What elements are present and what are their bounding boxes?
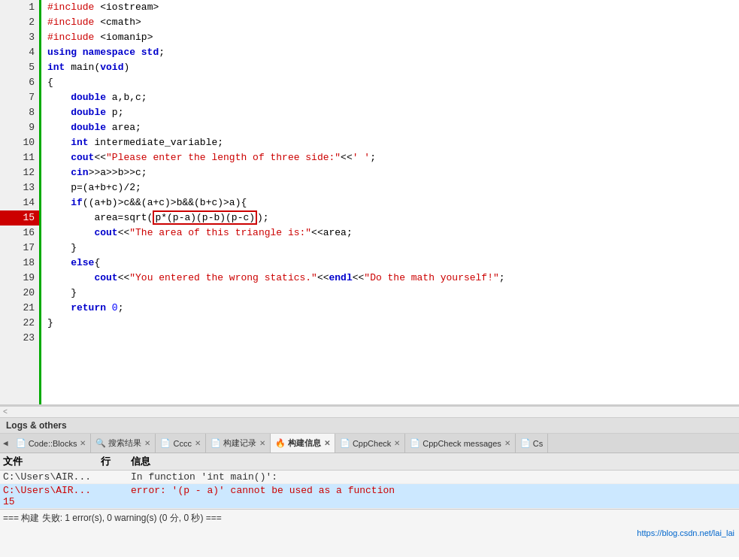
code-line-9: double area;	[47, 120, 739, 135]
build-table-header: 文件 行 信息	[0, 453, 739, 471]
row2-line	[101, 485, 131, 507]
tab-close-cppcheck[interactable]: ✕	[394, 439, 400, 447]
code-line-3: #include <iomanip>	[47, 30, 739, 45]
code-content[interactable]: #include <iostream> #include <cmath> #in…	[41, 0, 739, 404]
line-num-11: 11	[0, 150, 39, 165]
code-line-20: }	[47, 286, 739, 301]
code-line-18: else{	[47, 256, 739, 271]
header-file: 文件	[3, 455, 101, 468]
code-line-1: #include <iostream>	[47, 0, 739, 15]
cppcheck-icon: 📄	[340, 438, 350, 448]
code-line-12: cin>>a>>b>>c;	[47, 165, 739, 180]
horizontal-scrollbar[interactable]: <	[0, 406, 739, 418]
line-num-23: 23	[0, 331, 39, 346]
tab-close-build-log[interactable]: ✕	[259, 439, 265, 447]
build-summary: === 构建 失败: 1 error(s), 0 warning(s) (0 分…	[0, 509, 739, 527]
code-blocks-icon: 📄	[16, 438, 26, 448]
code-line-14: if((a+b)>c&&(a+c)>b&&(b+c)>a){	[47, 195, 739, 210]
tab-close-build-info[interactable]: ✕	[324, 439, 330, 447]
code-line-13: p=(a+b+c)/2;	[47, 180, 739, 195]
editor-area: 1 2 3 4 5 6 7 8 9 10 11 12 13 14 15 16 1…	[0, 0, 739, 406]
build-info-icon: 🔥	[275, 438, 286, 448]
logs-header: Logs & others	[0, 418, 739, 434]
cs-icon: 📄	[520, 438, 531, 448]
tab-close-cccc[interactable]: ✕	[195, 439, 201, 447]
line-num-19: 19	[0, 271, 39, 286]
tab-nav-left[interactable]: ◀	[0, 434, 11, 453]
row2-file: C:\Users\AIR... 15	[3, 485, 101, 507]
line-num-7: 7	[0, 90, 39, 105]
tab-close-code-blocks[interactable]: ✕	[80, 439, 86, 447]
line-num-1: 1	[0, 0, 39, 15]
line-num-21: 21	[0, 301, 39, 316]
code-line-7: double a,b,c;	[47, 90, 739, 105]
code-line-22: }	[47, 316, 739, 331]
search-tab-icon: 🔍	[95, 438, 106, 448]
line-num-18: 18	[0, 256, 39, 271]
tabs-bar: ◀ 📄 Code::Blocks ✕ 🔍 搜索结果 ✕ 📄 Cccc ✕ 📄 构…	[0, 434, 739, 453]
table-row[interactable]: C:\Users\AIR... 15 error: '(p - a)' cann…	[0, 484, 739, 509]
line-num-15: 15	[0, 210, 39, 226]
code-line-5: int main(void)	[47, 60, 739, 75]
line-num-9: 9	[0, 120, 39, 135]
tab-build-info[interactable]: 🔥 构建信息 ✕	[271, 434, 335, 453]
header-line: 行	[101, 455, 131, 468]
tab-cppcheck[interactable]: 📄 CppCheck ✕	[335, 434, 405, 453]
line-num-8: 8	[0, 105, 39, 120]
line-num-14: 14	[0, 195, 39, 210]
code-line-2: #include <cmath>	[47, 15, 739, 30]
line-num-22: 22	[0, 316, 39, 331]
row2-info: error: '(p - a)' cannot be used as a fun…	[131, 485, 736, 507]
tab-cppcheck-messages[interactable]: 📄 CppCheck messages ✕	[405, 434, 516, 453]
tab-cs[interactable]: 📄 Cs	[516, 434, 548, 453]
tab-code-blocks[interactable]: 📄 Code::Blocks ✕	[11, 434, 92, 453]
line-numbers: 1 2 3 4 5 6 7 8 9 10 11 12 13 14 15 16 1…	[0, 0, 41, 404]
line-num-16: 16	[0, 226, 39, 241]
row1-info: In function 'int main()':	[131, 471, 736, 483]
code-line-15: area=sqrt(p*(p-a)(p-b)(p-c));	[47, 210, 739, 226]
build-log-icon: 📄	[210, 438, 221, 448]
line-num-12: 12	[0, 165, 39, 180]
line-num-20: 20	[0, 286, 39, 301]
code-line-11: cout<<"Please enter the length of three …	[47, 150, 739, 165]
table-row[interactable]: C:\Users\AIR... In function 'int main()'…	[0, 471, 739, 484]
code-line-8: double p;	[47, 105, 739, 120]
code-line-10: int intermediate_variable;	[47, 135, 739, 150]
code-line-21: return 0;	[47, 301, 739, 316]
line-num-3: 3	[0, 30, 39, 45]
line-num-10: 10	[0, 135, 39, 150]
code-line-6: {	[47, 75, 739, 90]
line-num-2: 2	[0, 15, 39, 30]
row1-file: C:\Users\AIR...	[3, 471, 101, 483]
cppcheck-messages-icon: 📄	[410, 438, 420, 448]
tab-search[interactable]: 🔍 搜索结果 ✕	[91, 434, 156, 453]
line-num-5: 5	[0, 60, 39, 75]
code-line-23	[47, 331, 739, 346]
row1-line	[101, 471, 131, 483]
code-line-17: }	[47, 241, 739, 256]
line-num-17: 17	[0, 241, 39, 256]
tab-build-log[interactable]: 📄 构建记录 ✕	[206, 434, 271, 453]
code-line-16: cout<<"The area of this triangle is:"<<a…	[47, 226, 739, 241]
cccc-tab-icon: 📄	[160, 438, 171, 448]
footer-url: https://blog.csdn.net/lai_lai	[0, 527, 739, 539]
tab-close-search[interactable]: ✕	[144, 439, 150, 447]
line-num-6: 6	[0, 75, 39, 90]
tab-close-cppcheck-messages[interactable]: ✕	[504, 439, 510, 447]
code-line-19: cout<<"You entered the wrong statics."<<…	[47, 271, 739, 286]
header-info: 信息	[131, 455, 736, 468]
line-num-13: 13	[0, 180, 39, 195]
code-line-4: using namespace std;	[47, 45, 739, 60]
line-num-4: 4	[0, 45, 39, 60]
tab-cccc[interactable]: 📄 Cccc ✕	[156, 434, 205, 453]
bottom-panel: Logs & others ◀ 📄 Code::Blocks ✕ 🔍 搜索结果 …	[0, 418, 739, 557]
